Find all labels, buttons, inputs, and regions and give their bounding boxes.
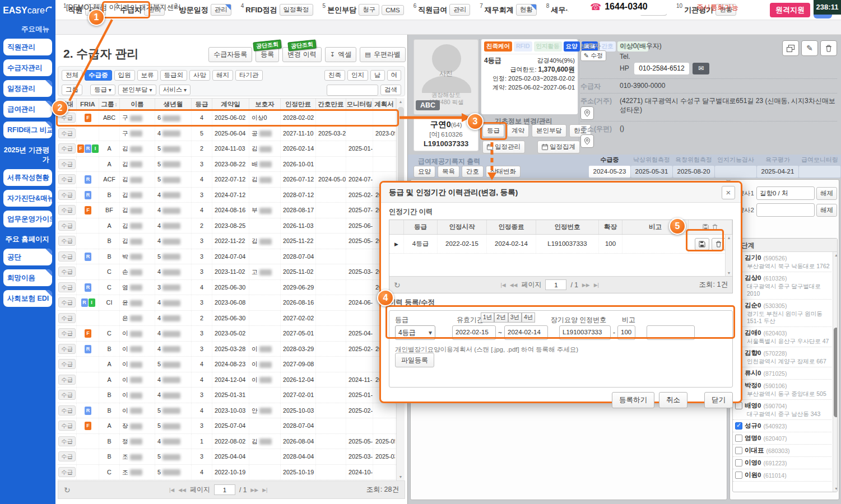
caregiver-release-button[interactable]: 해제 [816,187,837,200]
year-preset-button[interactable]: 3년 [508,312,522,323]
nav-sub-button[interactable]: 관리 [449,4,470,16]
nav-sub-button[interactable]: 청구 [359,4,379,16]
refresh-icon[interactable]: ↻ [394,281,401,290]
table-header-cell[interactable]: 생년월 [155,99,192,110]
table-row[interactable]: 수급 B 김 4 3 2022-11-22 김 2025-11-22 2025-… [58,234,396,249]
table-row[interactable]: 수급 F A 장 5 3 2025-07-04 2028-07-04 [58,418,396,434]
pager-last-icon[interactable]: ▶| [594,282,599,288]
table-header-cell[interactable]: 간호만료 [316,99,346,110]
table-row[interactable]: 수급 R B 박 5 3 2024-07-04 2028-07-04 [58,249,396,265]
period-start-input[interactable]: 2022-02-15 [452,325,496,340]
side-list-item[interactable]: 염명0 (620407) [733,432,831,445]
table-row[interactable]: 수급 A 이 4 4 2024-12-04 이 2026-12-04 2024-… [58,372,396,388]
status-filter-tab[interactable]: 전체 [62,70,82,81]
status-filter-tab[interactable]: 타기관 [235,70,263,81]
close-button[interactable]: 닫기 [704,392,733,408]
scroll-down-icon[interactable]: ▼ [726,271,732,275]
table-row[interactable]: 수급 A 김 4 2 2023-08-25 2026-11-03 2025-06… [58,218,396,234]
table-header-cell[interactable]: 계획서 [373,99,396,110]
attribute-filter-tab[interactable]: 친족 [324,70,345,81]
record-print-button[interactable]: 상태변화 [486,166,521,178]
sidebar-item[interactable]: 서류작성현황 [3,169,52,186]
table-header-cell[interactable]: 보호자 [249,99,281,110]
sidebar-item[interactable]: 일정관리 [3,80,52,97]
side-list-item[interactable]: 이영0 (691223) [733,457,831,469]
side-list-item[interactable]: 김기0 (590526) 부산광역시 북구 낙동대로 1762 [733,252,831,272]
table-row[interactable]: 수급 C 손 4 3 2023-11-02 고 2025-11-02 2025-… [58,264,396,280]
status-filter-tab[interactable]: 수급중 [85,70,112,81]
sidebar-item[interactable]: 업무운영가이드 [3,211,52,227]
file-upload-button[interactable]: 파일등록 [395,353,434,367]
table-row[interactable]: 수급 R C 염 3 4 2025-06-30 2029-06-29 202 [58,280,396,296]
caregiver-release-button[interactable]: 해제 [816,204,837,217]
table-header-cell[interactable]: FRIA [77,99,99,110]
side-list-item[interactable]: 배영0 (590704) 대구광역시 중구 남산동 343 [733,400,831,420]
assessment-date[interactable]: 2025-04-21 [757,166,798,178]
status-filter-tab[interactable]: 등급외 [160,70,188,81]
scroll-up-icon[interactable]: ▲ [833,253,838,257]
row-delete-button[interactable] [712,238,726,250]
base-info-button[interactable]: 계약 [507,124,529,137]
nav-item[interactable]: 4 RFID점검 일정확정 [241,4,313,16]
attribute-filter-tab[interactable]: 여 [387,70,402,81]
toolbar-button[interactable]: ▤ 우편라벨 [360,47,406,62]
assessment-date[interactable]: 2025-05-31 [631,166,672,178]
nav-item[interactable]: 5 본인부담 청구 CMS [323,4,404,16]
schedule-button[interactable]: 일정관리 [482,141,525,153]
side-list-item[interactable]: 성규0 (540923) [733,420,831,432]
period-end-input[interactable]: 2024-02-14 [504,325,548,340]
history-row[interactable]: 4등급 2022-02-15 2024-02-14 L1910037333 10… [389,235,732,254]
table-row[interactable]: 수급 A 이 5 4 2024-08-23 이 2027-09-08 [58,357,396,372]
guardian-edit-button[interactable]: ✎ 수정 [580,50,606,61]
assessment-date[interactable]: 2024-05-23 [589,166,630,178]
status-filter-tab[interactable]: 사망 [189,70,210,81]
sidebar-item[interactable]: 공단 [3,249,52,265]
filter-select[interactable]: 본인부담 [118,85,156,95]
open-window-button[interactable] [782,40,799,56]
page-input[interactable]: 1 [214,484,235,495]
side-list-item[interactable]: 이대표 (680303) [733,445,831,457]
table-row[interactable]: 수급 F ABC 구 6 4 2025-06-02 이상0 2028-02-02 [58,110,396,126]
item-checkbox[interactable] [735,447,742,454]
nav-sub-button[interactable]: CMS [382,5,404,15]
nav-item[interactable]: 3 방문일정 관리 [174,4,231,16]
status-filter-tab[interactable]: 입원 [114,70,135,81]
ext-input[interactable]: 100 [617,325,635,340]
base-info-button[interactable]: 본인부담 [532,124,566,137]
assessment-date[interactable]: 2025-08-20 [673,166,714,178]
table-row[interactable]: 수급 B 정 4 1 2022-08-02 김 2026-08-04 2025-… [58,434,396,450]
sidebar-item[interactable]: 사회보험 EDI [3,290,52,307]
item-checkbox[interactable] [735,472,742,479]
table-header-cell[interactable]: 이름 [120,99,155,110]
pager-prev-icon[interactable]: ◀◀ [510,282,518,288]
close-icon[interactable]: × [722,186,735,199]
delete-button[interactable] [820,40,837,56]
photo-placeholder[interactable]: 사진 권장해상도400*480 픽셀 ABC [413,39,478,115]
nav-sub-button[interactable]: 일정확정 [280,4,313,16]
row-save-button[interactable] [695,238,709,250]
side-list-item[interactable]: 박정0 (590106) 부산광역시 동구 중앙대로 505 [733,380,831,400]
scroll-down-icon[interactable]: ▼ [833,487,838,491]
table-row[interactable]: 수급 은 4 2 2025-06-30 2027-02-02 [58,311,396,326]
table-row[interactable]: 수급 R B 이 5 4 2023-10-03 안 2025-10-03 202… [58,403,396,419]
nav-sub-button[interactable]: 관리 [211,4,231,16]
scroll-up-icon[interactable]: ▲ [397,100,405,104]
attribute-filter-tab[interactable]: 남 [370,70,385,81]
item-checkbox[interactable] [735,435,742,442]
table-header-cell[interactable]: 상태 [58,99,77,110]
table-header-cell[interactable]: 등급 [192,99,212,110]
table-row[interactable]: 수급 C 조 5 4 2022-10-19 2025-10-19 2024-10… [58,465,396,480]
sidebar-item[interactable]: RFID태그 비교 [3,122,52,138]
scroll-down-icon[interactable]: ▼ [397,475,405,479]
sidebar-item[interactable]: 급여관리 [3,101,52,118]
pager-next-icon[interactable]: ▶▶ [250,487,258,493]
table-header-cell[interactable]: 모니터링 [346,99,373,110]
attribute-filter-tab[interactable]: 인지 [347,70,368,81]
side-list-item[interactable]: 이원0 (611014) [733,469,831,482]
sidebar-item[interactable]: 수급자관리 [3,59,52,76]
map-pin-button[interactable] [580,106,594,120]
easycare-logo[interactable]: EASYcare [3,3,53,21]
table-row[interactable]: 수급 A 김 5 3 2023-08-22 배 2026-10-01 [58,157,396,172]
table-row[interactable]: 수급 R B 김 4 3 2024-07-12 2028-07-12 2025-… [58,188,396,203]
table-row[interactable]: 수급 R ACF 김 5 4 2022-07-12 김 2026-07-12 2… [58,172,396,188]
